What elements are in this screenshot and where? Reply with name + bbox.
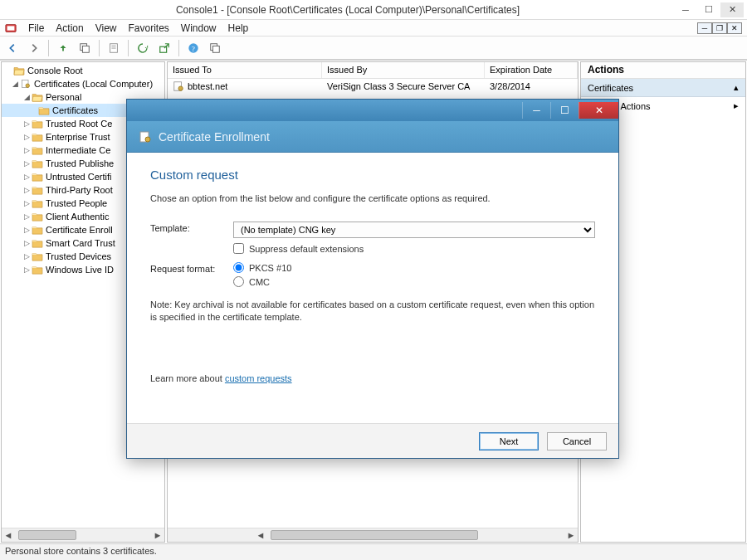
menu-window[interactable]: Window xyxy=(181,22,217,34)
actions-group-certificates[interactable]: Certificates ▴ xyxy=(581,79,745,97)
tree-label: Trusted Root Ce xyxy=(46,119,112,129)
list-item[interactable]: bbtest.net VeriSign Class 3 Secure Serve… xyxy=(168,79,578,94)
cert-store-icon xyxy=(20,79,32,89)
tree-label: Intermediate Ce xyxy=(46,145,110,155)
scroll-left-icon[interactable]: ◄ xyxy=(254,530,267,540)
key-archival-note: Note: Key archival is not available for … xyxy=(150,299,595,324)
properties-button[interactable] xyxy=(105,39,123,57)
col-issued-by[interactable]: Issued By xyxy=(322,62,485,78)
certificate-enrollment-dialog: ─ ☐ ✕ Certificate Enrollment Custom requ… xyxy=(126,99,619,459)
scroll-right-icon[interactable]: ► xyxy=(151,530,164,540)
minimize-button[interactable]: ─ xyxy=(674,2,697,17)
dialog-footer: Next Cancel xyxy=(127,423,618,458)
mdi-minimize[interactable]: ─ xyxy=(697,22,712,34)
tree-label: Personal xyxy=(46,92,81,102)
tree-label: Third-Party Root xyxy=(46,185,113,195)
scroll-right-icon[interactable]: ► xyxy=(564,530,578,540)
suppress-extensions-label: Suppress default extensions xyxy=(249,244,364,254)
expander-icon[interactable]: ▷ xyxy=(22,119,32,128)
cancel-button[interactable]: Cancel xyxy=(547,432,607,450)
folder-icon xyxy=(13,66,25,75)
expander-icon[interactable]: ▷ xyxy=(22,199,32,207)
col-expiration[interactable]: Expiration Date xyxy=(485,62,578,78)
next-button[interactable]: Next xyxy=(479,432,539,450)
tree-label: Trusted Publishe xyxy=(46,158,114,168)
cmc-radio[interactable] xyxy=(233,276,244,287)
tree-label: Console Root xyxy=(27,66,83,75)
tree-console-root[interactable]: Console Root xyxy=(2,64,164,77)
expander-icon[interactable]: ▷ xyxy=(22,212,32,221)
expander-icon[interactable]: ▷ xyxy=(22,186,32,194)
expander-icon[interactable]: ▷ xyxy=(22,133,32,141)
show-hide-tree-button[interactable] xyxy=(76,39,94,57)
expander-icon[interactable]: ▷ xyxy=(22,146,32,154)
template-label: Template: xyxy=(150,222,233,254)
tree-label: Windows Live ID xyxy=(46,265,114,275)
dialog-close-button[interactable]: ✕ xyxy=(579,102,618,119)
submenu-icon: ▸ xyxy=(734,100,739,111)
tree-label: Trusted Devices xyxy=(46,251,111,261)
dialog-titlebar[interactable]: ─ ☐ ✕ xyxy=(127,100,618,121)
dialog-minimize-button[interactable]: ─ xyxy=(522,102,550,119)
issued-by-value: VeriSign Class 3 Secure Server CA xyxy=(322,81,485,91)
window-title: Console1 - [Console Root\Certificates (L… xyxy=(22,4,674,16)
toolbar-extra-button[interactable] xyxy=(206,39,224,57)
folder-icon xyxy=(32,92,43,102)
cmc-label: CMC xyxy=(249,277,270,287)
dialog-page-title: Custom request xyxy=(150,168,595,182)
nav-forward-button[interactable] xyxy=(25,39,43,57)
dialog-header: Certificate Enrollment xyxy=(127,121,618,153)
request-format-label: Request format: xyxy=(150,262,233,287)
mdi-restore[interactable]: ❐ xyxy=(712,22,727,34)
maximize-button[interactable]: ☐ xyxy=(697,2,720,17)
menu-view[interactable]: View xyxy=(95,22,117,34)
export-list-button[interactable] xyxy=(155,39,173,57)
expander-icon[interactable]: ▷ xyxy=(22,239,32,247)
suppress-extensions-checkbox[interactable] xyxy=(233,243,244,254)
status-text: Personal store contains 3 certificates. xyxy=(5,546,157,556)
folder-icon xyxy=(32,119,43,129)
folder-icon xyxy=(32,145,43,155)
dialog-maximize-button[interactable]: ☐ xyxy=(550,102,579,119)
collapse-icon[interactable]: ▴ xyxy=(734,82,739,93)
expander-icon[interactable]: ◢ xyxy=(22,93,32,101)
scroll-left-icon[interactable]: ◄ xyxy=(2,530,15,540)
mdi-close[interactable]: ✕ xyxy=(727,22,742,34)
nav-back-button[interactable] xyxy=(3,39,22,57)
up-level-button[interactable] xyxy=(54,39,72,57)
template-combobox[interactable]: (No template) CNG key xyxy=(233,222,595,238)
learn-more-link[interactable]: custom requests xyxy=(225,373,292,383)
tree-horizontal-scrollbar[interactable]: ◄ ► xyxy=(2,528,164,542)
menu-favorites[interactable]: Favorites xyxy=(129,22,169,34)
folder-icon xyxy=(32,198,43,208)
col-issued-to[interactable]: Issued To xyxy=(168,62,322,78)
learn-more-prefix: Learn more about xyxy=(150,373,225,383)
expander-icon[interactable]: ◢ xyxy=(10,80,20,88)
expander-icon[interactable]: ▷ xyxy=(22,173,32,181)
mmc-menu-icon xyxy=(5,22,17,34)
dialog-header-title: Certificate Enrollment xyxy=(159,130,270,144)
refresh-button[interactable] xyxy=(134,39,152,57)
expander-icon[interactable]: ▷ xyxy=(22,252,32,261)
tree-label: Enterprise Trust xyxy=(46,132,110,142)
expander-icon[interactable]: ▷ xyxy=(22,226,32,234)
results-horizontal-scrollbar[interactable]: ◄ ► xyxy=(168,528,578,542)
close-button[interactable]: ✕ xyxy=(720,2,744,17)
dialog-body: Custom request Chose an option from the … xyxy=(127,153,618,423)
tree-label: Certificates xyxy=(52,105,98,115)
help-button[interactable] xyxy=(184,39,203,57)
folder-icon xyxy=(32,158,43,168)
tree-label: Certificates (Local Computer) xyxy=(34,79,153,89)
menu-action[interactable]: Action xyxy=(56,22,83,34)
tree-label: Trusted People xyxy=(46,198,107,208)
menu-file[interactable]: File xyxy=(28,22,44,34)
scrollbar-thumb[interactable] xyxy=(271,530,478,540)
tree-certificates-localcomputer[interactable]: ◢ Certificates (Local Computer) xyxy=(2,77,164,90)
pkcs10-radio[interactable] xyxy=(233,262,244,273)
scrollbar-thumb[interactable] xyxy=(18,530,76,540)
menu-help[interactable]: Help xyxy=(228,22,249,34)
folder-icon xyxy=(38,105,50,115)
status-bar: Personal store contains 3 certificates. xyxy=(0,543,747,560)
expander-icon[interactable]: ▷ xyxy=(22,265,32,274)
expander-icon[interactable]: ▷ xyxy=(22,159,32,168)
